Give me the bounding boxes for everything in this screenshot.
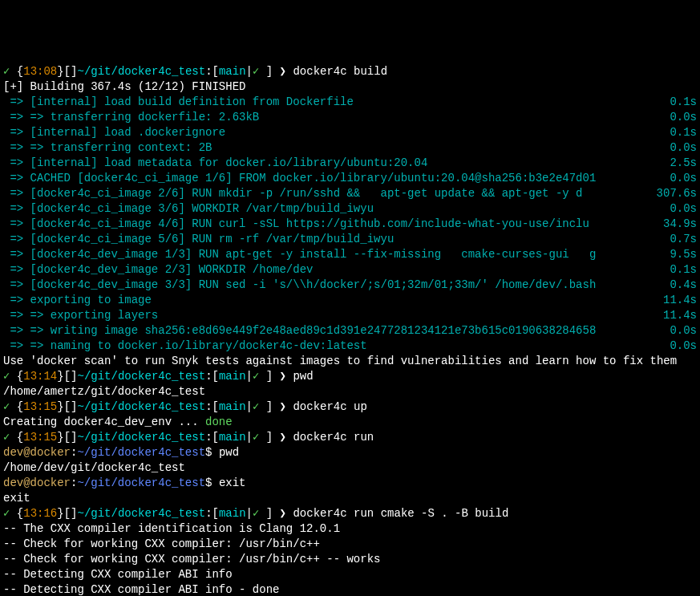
build-step-time: 34.9s <box>663 217 697 232</box>
build-step-text: => [docker4c_dev_image 3/3] RUN sed -i '… <box>3 278 596 293</box>
bracket: :[ <box>205 370 219 383</box>
build-step: => => transferring dockerfile: 2.63kB0.0… <box>3 110 697 125</box>
sep: | <box>246 507 253 520</box>
terminal-output: ✓ {13:08}[]~/git/docker4c_test:[main|✓ ]… <box>3 64 697 596</box>
sep: | <box>246 370 253 383</box>
prompt-time: 13:16 <box>23 507 57 520</box>
command-input[interactable]: pwd <box>219 446 239 459</box>
prompt-arrow-icon: ❯ <box>280 370 293 383</box>
bracket: :[ <box>205 507 219 520</box>
check-icon: ✓ <box>3 431 17 444</box>
build-step: => [docker4c_ci_image 5/6] RUN rm -rf /v… <box>3 232 697 247</box>
build-step-text: => => naming to docker.io/library/docker… <box>3 339 367 354</box>
prompt-path: ~/git/docker4c_test <box>77 400 205 413</box>
check-icon: ✓ <box>3 370 17 383</box>
pwd-output: /home/amertz/git/docker4c_test <box>3 384 697 399</box>
build-step-time: 0.1s <box>670 95 697 110</box>
check-icon: ✓ <box>3 507 17 520</box>
brace: { <box>17 370 23 383</box>
sep: | <box>246 400 253 413</box>
git-branch: main <box>219 370 246 383</box>
build-step-time: 9.5s <box>670 247 697 262</box>
brace: { <box>17 507 23 520</box>
build-step-text: => [docker4c_dev_image 1/3] RUN apt-get … <box>3 247 596 262</box>
command-input[interactable]: docker4c up <box>293 400 366 413</box>
build-step: => exporting to image11.4s <box>3 293 697 308</box>
check-icon: ✓ <box>3 400 17 413</box>
exit-output: exit <box>3 491 697 506</box>
brace: { <box>17 65 23 78</box>
build-step-text: => CACHED [docker4c_ci_image 1/6] FROM d… <box>3 171 596 186</box>
shell-prompt: ✓ {13:15}[]~/git/docker4c_test:[main|✓ ]… <box>3 399 697 415</box>
cmake-output: -- Detecting CXX compiler ABI info - don… <box>3 582 697 596</box>
command-input[interactable]: docker4c run <box>293 431 374 444</box>
command-input[interactable]: docker4c build <box>293 65 387 78</box>
bracket: ] <box>259 507 279 520</box>
prompt-path: ~/git/docker4c_test <box>77 507 205 520</box>
docker-path: ~/git/docker4c_test <box>77 446 205 459</box>
build-step-time: 0.7s <box>670 232 697 247</box>
build-step-text: => => writing image sha256:e8d69e449f2e4… <box>3 323 596 339</box>
sep: | <box>246 65 253 78</box>
brace: { <box>17 431 23 444</box>
prompt-path: ~/git/docker4c_test <box>77 431 205 444</box>
creating-prefix: Creating docker4c_dev_env ... <box>3 416 205 428</box>
prompt-time: 13:14 <box>23 370 57 383</box>
bracket: }[] <box>57 65 77 78</box>
build-step: => [docker4c_dev_image 2/3] WORKDIR /hom… <box>3 262 697 278</box>
build-step: => => writing image sha256:e8d69e449f2e4… <box>3 323 697 339</box>
build-step: => => exporting layers11.4s <box>3 308 697 323</box>
bracket: ] <box>259 370 279 383</box>
git-branch: main <box>219 400 246 413</box>
bracket: }[] <box>57 507 77 520</box>
build-header: [+] Building 367.4s (12/12) FINISHED <box>3 79 697 95</box>
sep: | <box>246 431 253 444</box>
build-step-text: => [docker4c_dev_image 2/3] WORKDIR /hom… <box>3 262 313 278</box>
check-icon: ✓ <box>3 65 17 78</box>
build-step-time: 307.6s <box>657 186 697 201</box>
build-step: => [docker4c_ci_image 3/6] WORKDIR /var/… <box>3 201 697 217</box>
build-step-time: 11.4s <box>663 308 697 323</box>
dollar: $ <box>205 476 219 489</box>
build-step-text: => => transferring dockerfile: 2.63kB <box>3 110 259 125</box>
build-step: => [docker4c_ci_image 2/6] RUN mkdir -p … <box>3 186 697 201</box>
pwd-output: /home/dev/git/docker4c_test <box>3 460 697 476</box>
bracket: :[ <box>205 65 219 78</box>
build-step-time: 0.0s <box>670 140 697 156</box>
bracket: :[ <box>205 400 219 413</box>
git-branch: main <box>219 431 246 444</box>
build-step-time: 0.1s <box>670 262 697 278</box>
build-step-text: => [internal] load build definition from… <box>3 95 354 110</box>
cmake-output: -- Check for working CXX compiler: /usr/… <box>3 552 697 567</box>
build-step: => [docker4c_ci_image 4/6] RUN curl -sSL… <box>3 217 697 232</box>
command-input[interactable]: docker4c run cmake -S . -B build <box>293 507 508 520</box>
prompt-arrow-icon: ❯ <box>280 400 293 413</box>
build-step-text: => [docker4c_ci_image 2/6] RUN mkdir -p … <box>3 186 583 201</box>
shell-prompt: ✓ {13:08}[]~/git/docker4c_test:[main|✓ ]… <box>3 64 697 79</box>
git-branch: main <box>219 507 246 520</box>
docker-path: ~/git/docker4c_test <box>77 476 205 489</box>
build-step-text: => [internal] load metadata for docker.i… <box>3 156 427 171</box>
build-step-text: => [docker4c_ci_image 4/6] RUN curl -sSL… <box>3 217 589 232</box>
build-step: => [internal] load metadata for docker.i… <box>3 156 697 171</box>
build-step-time: 0.0s <box>670 201 697 217</box>
bracket: ] <box>259 65 279 78</box>
prompt-arrow-icon: ❯ <box>280 65 293 78</box>
bracket: }[] <box>57 431 77 444</box>
build-step-time: 11.4s <box>663 293 697 308</box>
command-input[interactable]: pwd <box>293 370 313 383</box>
build-step-time: 0.0s <box>670 339 697 354</box>
build-step-text: => exporting to image <box>3 293 152 308</box>
build-step-time: 2.5s <box>670 156 697 171</box>
brace: { <box>17 400 23 413</box>
prompt-time: 13:15 <box>23 400 57 413</box>
scan-hint: Use 'docker scan' to run Snyk tests agai… <box>3 354 697 369</box>
docker-shell-prompt: dev@docker:~/git/docker4c_test$ pwd <box>3 445 697 460</box>
docker-user-host: dev@docker <box>3 476 71 489</box>
build-step-text: => [internal] load .dockerignore <box>3 125 225 140</box>
build-step-time: 0.4s <box>670 278 697 293</box>
build-step-text: => [docker4c_ci_image 5/6] RUN rm -rf /v… <box>3 232 394 247</box>
build-step-time: 0.1s <box>670 125 697 140</box>
command-input[interactable]: exit <box>219 476 246 489</box>
bracket: :[ <box>205 431 219 444</box>
